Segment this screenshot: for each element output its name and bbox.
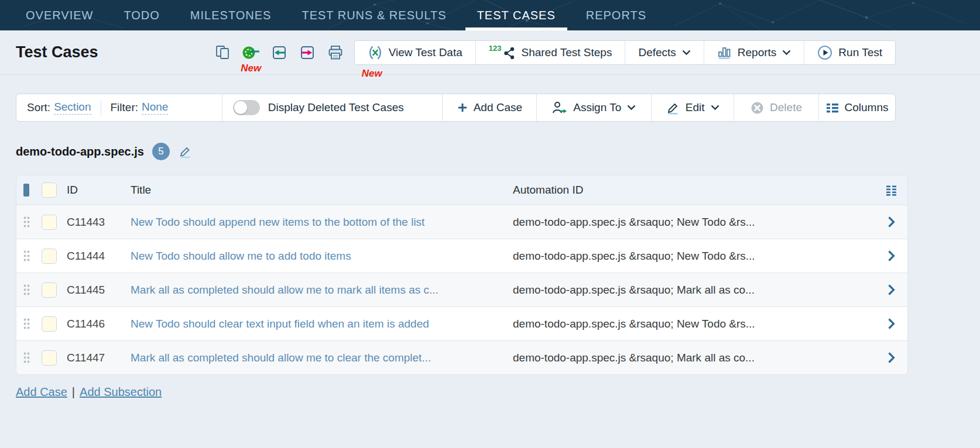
row-drag-handle[interactable] xyxy=(16,351,36,364)
open-case-button[interactable] xyxy=(875,250,907,262)
section-name: demo-todo-app.spec.js xyxy=(16,145,144,158)
print-button[interactable] xyxy=(326,43,345,62)
case-id: C11445 xyxy=(62,284,126,297)
nav-tab-reports[interactable]: REPORTS xyxy=(586,0,646,30)
columns-button[interactable]: Columns xyxy=(826,101,889,114)
drag-dots-icon xyxy=(23,351,30,364)
chevron-right-icon xyxy=(888,284,895,296)
header-button-group: View Test Data New 123 Shared Test Steps… xyxy=(354,40,896,65)
new-badge: New xyxy=(362,68,382,80)
open-case-button[interactable] xyxy=(875,284,907,296)
drag-dots-icon xyxy=(23,216,30,228)
edit-segment: Edit xyxy=(651,94,734,121)
row-drag-handle[interactable] xyxy=(16,284,36,296)
cases-toolbar: Sort: Section Filter: None Display Delet… xyxy=(16,94,896,122)
print-icon xyxy=(327,44,344,61)
open-case-button[interactable] xyxy=(875,318,907,330)
shared-test-steps-button[interactable]: 123 Shared Test Steps xyxy=(475,41,625,64)
nav-tab-todo[interactable]: TODO xyxy=(124,0,159,30)
row-checkbox[interactable] xyxy=(42,316,57,332)
import-cases-button[interactable] xyxy=(270,43,289,62)
defects-dropdown-button[interactable]: Defects xyxy=(625,41,703,64)
drag-bar-icon[interactable] xyxy=(23,184,29,197)
columns-segment: Columns xyxy=(818,94,895,121)
one-two-three-icon: 123 xyxy=(489,44,502,53)
case-title-link[interactable]: New Todo should allow me to add todo ite… xyxy=(126,250,508,263)
open-case-button[interactable] xyxy=(875,351,907,364)
play-circle-icon xyxy=(817,45,832,60)
import-automation-button[interactable]: New xyxy=(242,43,261,62)
filter-value-link[interactable]: None xyxy=(142,101,168,115)
copy-icon xyxy=(215,44,231,60)
delete-circle-icon xyxy=(751,101,764,115)
columns-list-icon xyxy=(826,102,839,114)
assign-user-icon xyxy=(552,101,567,115)
sort-value-link[interactable]: Section xyxy=(54,101,91,115)
nav-tab-test-cases[interactable]: TEST CASES xyxy=(477,0,556,30)
column-settings-icon xyxy=(885,184,897,197)
share-icon xyxy=(503,46,515,59)
header-icon-toolbar: New xyxy=(214,43,345,62)
row-drag-handle[interactable] xyxy=(16,250,36,262)
title-column-header: Title xyxy=(126,184,508,197)
open-case-button[interactable] xyxy=(875,216,907,228)
display-deleted-label: Display Deleted Test Cases xyxy=(268,101,404,114)
pencil-icon xyxy=(666,101,680,115)
reports-dropdown-button[interactable]: Reports xyxy=(704,41,804,64)
row-checkbox[interactable] xyxy=(42,282,57,298)
view-test-data-button[interactable]: View Test Data New xyxy=(355,41,475,64)
defects-label: Defects xyxy=(638,46,676,59)
row-drag-handle[interactable] xyxy=(16,318,36,330)
row-drag-handle[interactable] xyxy=(16,216,36,228)
delete-label: Delete xyxy=(770,101,802,114)
add-subsection-link[interactable]: Add Subsection xyxy=(80,385,162,398)
add-case-button[interactable]: Add Case xyxy=(457,101,522,114)
add-case-link[interactable]: Add Case xyxy=(16,385,67,398)
export-cases-button[interactable] xyxy=(298,43,317,62)
column-settings-button[interactable] xyxy=(875,184,907,197)
id-column-header: ID xyxy=(62,184,126,197)
row-checkbox[interactable] xyxy=(42,350,57,366)
assign-to-segment: Assign To xyxy=(536,94,651,121)
nav-tab-test-runs-results[interactable]: TEST RUNS & RESULTS xyxy=(301,0,446,30)
select-all-checkbox[interactable] xyxy=(42,182,57,198)
table-row: C11447 Mark all as completed should allo… xyxy=(16,340,907,374)
table-row: C11444 New Todo should allow me to add t… xyxy=(16,239,907,273)
chevron-down-icon xyxy=(711,105,719,111)
case-title-link[interactable]: New Todo should clear text input field w… xyxy=(126,318,508,330)
nav-tab-overview[interactable]: OVERVIEW xyxy=(26,0,93,30)
case-title-link[interactable]: Mark all as completed should allow me to… xyxy=(126,284,508,297)
delete-segment: Delete xyxy=(734,94,818,121)
delete-button[interactable]: Delete xyxy=(751,101,802,115)
table-footer: Add Case|Add Subsection xyxy=(16,385,980,399)
chevron-down-icon xyxy=(682,50,691,56)
reports-label: Reports xyxy=(738,46,777,59)
nav-tab-milestones[interactable]: MILESTONES xyxy=(190,0,272,30)
automation-id-column-header: Automation ID xyxy=(508,184,875,197)
assign-to-dropdown-button[interactable]: Assign To xyxy=(552,101,636,115)
run-test-button[interactable]: Run Test xyxy=(804,41,895,64)
chevron-down-icon xyxy=(782,50,791,56)
case-id: C11443 xyxy=(62,216,126,229)
case-title-link[interactable]: New Todo should append new items to the … xyxy=(126,216,508,229)
add-case-label: Add Case xyxy=(474,101,522,114)
edit-section-icon[interactable] xyxy=(178,144,192,158)
chevron-right-icon xyxy=(888,250,895,262)
automation-id: demo-todo-app.spec.js &rsaquo; Mark all … xyxy=(508,284,875,297)
section-header: demo-todo-app.spec.js 5 xyxy=(16,143,980,160)
edit-dropdown-button[interactable]: Edit xyxy=(666,101,719,115)
edit-label: Edit xyxy=(686,101,705,114)
chevron-right-icon xyxy=(888,216,895,228)
export-icon xyxy=(299,44,316,61)
view-test-data-label: View Test Data xyxy=(389,46,462,59)
drag-dots-icon xyxy=(23,284,30,296)
plus-icon xyxy=(457,102,468,113)
case-title-link[interactable]: Mark all as completed should allow me to… xyxy=(126,351,508,364)
row-checkbox[interactable] xyxy=(42,249,57,264)
display-deleted-toggle[interactable] xyxy=(233,100,260,115)
new-badge: New xyxy=(241,63,261,74)
drag-dots-icon xyxy=(23,250,30,262)
table-row: C11445 Mark all as completed should allo… xyxy=(16,273,907,306)
row-checkbox[interactable] xyxy=(42,215,57,230)
copy-cases-button[interactable] xyxy=(214,43,232,62)
